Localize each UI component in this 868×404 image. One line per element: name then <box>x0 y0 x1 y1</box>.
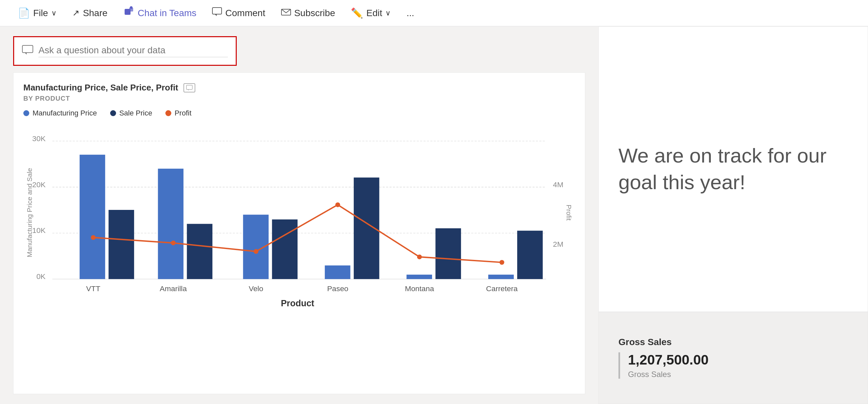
comment-button[interactable]: Comment <box>204 0 273 26</box>
bar-mfg-carretera <box>488 275 514 279</box>
file-label: File <box>33 8 48 19</box>
bar-sale-montana <box>435 228 461 279</box>
chart-subtitle: BY PRODUCT <box>23 95 572 102</box>
legend-label-profit: Profit <box>175 109 191 117</box>
svg-text:Manufacturing Price and Sale: Manufacturing Price and Sale <box>26 168 33 257</box>
share-icon: ↗ <box>72 8 80 18</box>
sales-value-block: 1,207,500.00 Gross Sales <box>628 352 709 379</box>
goal-card: We are on track for our goal this year! <box>598 26 868 312</box>
profit-dot-velo <box>253 249 258 254</box>
x-label-velo: Velo <box>249 284 263 293</box>
svg-marker-7 <box>25 53 27 55</box>
file-icon: 📄 <box>18 7 30 19</box>
file-menu[interactable]: 📄 File ∨ <box>10 0 64 26</box>
x-label-amarilla: Amarilla <box>160 284 187 293</box>
sales-value: 1,207,500.00 <box>628 352 709 368</box>
main-content: Manufacturing Price, Sale Price, Profit … <box>0 26 868 404</box>
profit-dot-amarilla <box>171 240 176 246</box>
legend-dot-sale <box>110 110 116 116</box>
svg-rect-6 <box>22 46 33 53</box>
comment-icon <box>212 7 222 19</box>
bar-sale-vtt <box>108 210 134 279</box>
edit-chevron-icon: ∨ <box>385 9 391 18</box>
svg-marker-4 <box>215 14 217 16</box>
sales-sublabel: Gross Sales <box>628 370 709 379</box>
sales-label: Gross Sales <box>618 337 848 347</box>
legend-dot-profit <box>165 110 171 116</box>
legend-label-mfg: Manufacturing Price <box>33 109 97 117</box>
svg-text:30K: 30K <box>32 134 46 143</box>
more-button[interactable]: ... <box>399 0 422 26</box>
svg-text:2M: 2M <box>553 240 563 249</box>
svg-point-2 <box>130 6 132 9</box>
sales-divider <box>618 352 620 379</box>
edit-button[interactable]: ✏️ Edit ∨ <box>343 0 399 26</box>
qa-input[interactable] <box>38 45 228 57</box>
qa-box <box>13 36 237 66</box>
subscribe-icon <box>281 7 291 19</box>
bar-sale-amarilla <box>187 224 212 279</box>
chart-title: Manufacturing Price, Sale Price, Profit <box>23 83 572 93</box>
svg-text:20K: 20K <box>32 180 46 189</box>
x-label-montana: Montana <box>405 284 434 293</box>
teams-icon <box>123 6 134 20</box>
bar-mfg-amarilla <box>158 169 183 279</box>
profit-dot-montana <box>417 255 422 260</box>
x-axis-title: Product <box>281 298 314 308</box>
share-label: Share <box>83 8 107 19</box>
chart-card: Manufacturing Price, Sale Price, Profit … <box>13 73 585 394</box>
subscribe-label: Subscribe <box>294 8 335 19</box>
bar-sale-carretera <box>517 231 543 279</box>
toolbar: 📄 File ∨ ↗ Share Chat in Teams Comment <box>0 0 868 26</box>
file-chevron-icon: ∨ <box>51 9 57 18</box>
bar-sale-velo <box>272 220 298 279</box>
svg-text:10K: 10K <box>32 226 46 235</box>
qa-icon <box>22 45 33 57</box>
subscribe-button[interactable]: Subscribe <box>273 0 343 26</box>
chart-svg: 30K 20K 10K 0K 4M 2M Manufacturing Price… <box>23 124 572 315</box>
right-panel: We are on track for our goal this year! … <box>598 26 868 404</box>
legend-sale-price: Sale Price <box>110 109 152 117</box>
more-label: ... <box>406 8 414 19</box>
chat-in-teams-button[interactable]: Chat in Teams <box>115 0 204 26</box>
sales-card: Gross Sales 1,207,500.00 Gross Sales <box>598 312 868 404</box>
x-label-carretera: Carretera <box>486 284 518 293</box>
bar-mfg-paseo <box>325 265 350 279</box>
x-label-vtt: VTT <box>86 284 100 293</box>
legend-label-sale: Sale Price <box>119 109 152 117</box>
goal-text: We are on track for our goal this year! <box>618 142 848 195</box>
bar-mfg-vtt <box>80 155 105 279</box>
bar-mfg-montana <box>406 275 432 279</box>
legend-profit: Profit <box>165 109 191 117</box>
svg-text:4M: 4M <box>553 180 563 189</box>
svg-text:0K: 0K <box>36 272 46 281</box>
svg-rect-8 <box>186 85 192 89</box>
profit-dot-vtt <box>91 235 96 240</box>
comment-label: Comment <box>225 8 265 19</box>
svg-text:Profit: Profit <box>565 205 572 221</box>
edit-label: Edit <box>366 8 382 19</box>
teams-label: Chat in Teams <box>138 8 196 19</box>
edit-icon: ✏️ <box>351 7 363 19</box>
left-panel: Manufacturing Price, Sale Price, Profit … <box>0 26 598 404</box>
chart-legend: Manufacturing Price Sale Price Profit <box>23 109 572 117</box>
chart-area: 30K 20K 10K 0K 4M 2M Manufacturing Price… <box>23 124 572 315</box>
x-label-paseo: Paseo <box>327 284 348 293</box>
share-button[interactable]: ↗ Share <box>64 0 115 26</box>
legend-manufacturing-price: Manufacturing Price <box>23 109 97 117</box>
sales-value-wrap: 1,207,500.00 Gross Sales <box>618 352 848 379</box>
svg-rect-3 <box>212 7 222 14</box>
legend-dot-mfg <box>23 110 29 116</box>
profit-dot-carretera <box>499 260 504 265</box>
profit-dot-paseo <box>335 202 340 207</box>
chart-comment-icon[interactable] <box>183 83 195 92</box>
